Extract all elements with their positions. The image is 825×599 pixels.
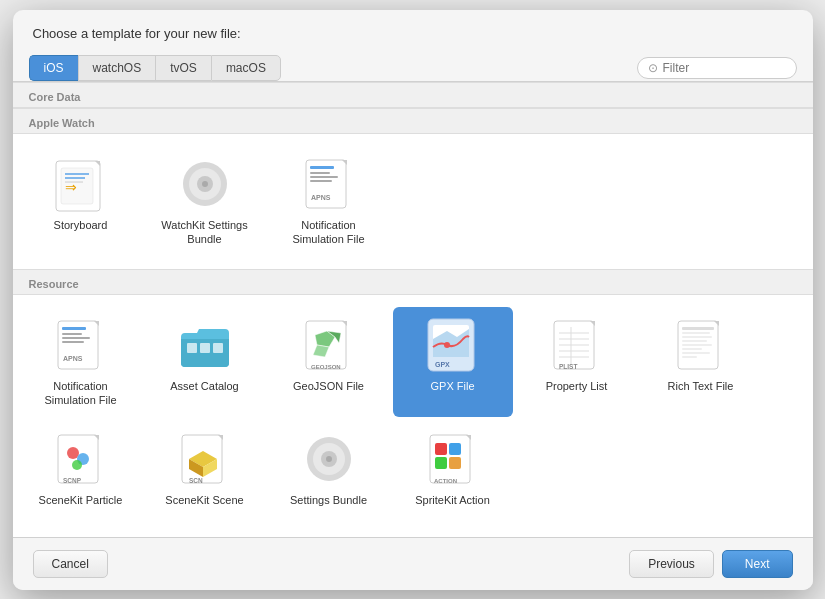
dialog-title: Choose a template for your new file: (13, 10, 813, 51)
svg-rect-23 (62, 341, 84, 343)
next-button[interactable]: Next (722, 550, 793, 578)
scnp-icon: SCNP (53, 431, 109, 487)
svg-rect-79 (449, 457, 461, 469)
svg-text:APNS: APNS (63, 355, 83, 362)
settings-bundle-icon (301, 431, 357, 487)
svg-rect-13 (310, 166, 334, 169)
svg-point-10 (202, 181, 208, 187)
item-label-spritekit-action: SpriteKit Action (415, 493, 490, 507)
svg-rect-14 (310, 172, 330, 174)
svg-rect-25 (187, 343, 197, 353)
section-header-core-data: Core Data (13, 82, 813, 108)
item-label-asset-catalog: Asset Catalog (170, 379, 238, 393)
previous-button[interactable]: Previous (629, 550, 714, 578)
item-label-watchkit-settings: WatchKit Settings Bundle (153, 218, 257, 247)
svg-rect-22 (62, 337, 90, 339)
resource-grid: APNS Notification Simulation File (13, 295, 813, 530)
action-icon: ACTION (425, 431, 481, 487)
item-geojson[interactable]: GEOJSON GeoJSON File (269, 307, 389, 418)
tab-buttons: iOS watchOS tvOS macOS (29, 55, 281, 81)
item-label-settings-bundle: Settings Bundle (290, 493, 367, 507)
apple-watch-grid: ⇒ Storyboard WatchKit Settings Bundle (13, 134, 813, 269)
tab-tvos[interactable]: tvOS (155, 55, 211, 81)
tab-macos[interactable]: macOS (211, 55, 281, 81)
svg-rect-26 (200, 343, 210, 353)
svg-rect-52 (682, 336, 712, 338)
svg-text:GPX: GPX (435, 361, 450, 368)
tab-ios[interactable]: iOS (29, 55, 78, 81)
svg-point-37 (444, 342, 450, 348)
svg-rect-20 (62, 327, 86, 330)
svg-rect-78 (435, 457, 447, 469)
plist-icon: PLIST (549, 317, 605, 373)
scn-icon: SCN (177, 431, 233, 487)
filter-icon: ⊙ (648, 61, 658, 75)
item-gpx[interactable]: GPX GPX File (393, 307, 513, 418)
svg-text:ACTION: ACTION (434, 478, 457, 484)
svg-rect-77 (449, 443, 461, 455)
svg-text:SCN: SCN (189, 477, 203, 484)
section-header-resource: Resource (13, 269, 813, 295)
svg-text:GEOJSON: GEOJSON (311, 364, 341, 370)
apns-icon-1: APNS (301, 156, 357, 212)
svg-text:SCNP: SCNP (63, 477, 82, 484)
svg-text:APNS: APNS (311, 194, 331, 201)
item-asset-catalog[interactable]: Asset Catalog (145, 307, 265, 418)
template-dialog: Choose a template for your new file: iOS… (13, 10, 813, 590)
svg-rect-27 (213, 343, 223, 353)
nav-buttons: Previous Next (629, 550, 792, 578)
gpx-icon: GPX (425, 317, 481, 373)
item-watchkit-settings-bundle[interactable]: WatchKit Settings Bundle (145, 146, 265, 257)
asset-catalog-icon (177, 317, 233, 373)
watchkit-settings-icon (177, 156, 233, 212)
apns-icon-2: APNS (53, 317, 109, 373)
item-scenekit-scene[interactable]: SCN SceneKit Scene (145, 421, 265, 517)
svg-text:PLIST: PLIST (559, 363, 577, 370)
item-scenekit-particle[interactable]: SCNP SceneKit Particle (21, 421, 141, 517)
item-label-notification-sim-1: Notification Simulation File (277, 218, 381, 247)
svg-point-60 (67, 447, 79, 459)
item-label-storyboard: Storyboard (54, 218, 108, 232)
filter-box[interactable]: ⊙ (637, 57, 797, 79)
item-label-scenekit-particle: SceneKit Particle (39, 493, 123, 507)
item-notification-sim-2[interactable]: APNS Notification Simulation File (21, 307, 141, 418)
svg-rect-15 (310, 176, 338, 178)
item-label-property-list: Property List (546, 379, 608, 393)
item-label-geojson: GeoJSON File (293, 379, 364, 393)
item-label-notification-sim-2: Notification Simulation File (29, 379, 133, 408)
item-label-scenekit-scene: SceneKit Scene (165, 493, 243, 507)
item-rich-text[interactable]: Rich Text File (641, 307, 761, 418)
item-notification-sim-1[interactable]: APNS Notification Simulation File (269, 146, 389, 257)
svg-rect-51 (682, 332, 710, 334)
geojson-icon: GEOJSON (301, 317, 357, 373)
rtf-icon (673, 317, 729, 373)
svg-rect-21 (62, 333, 82, 335)
dialog-footer: Cancel Previous Next (13, 537, 813, 590)
item-label-gpx: GPX File (430, 379, 474, 393)
svg-rect-54 (682, 344, 712, 346)
item-spritekit-action[interactable]: ACTION SpriteKit Action (393, 421, 513, 517)
tab-bar: iOS watchOS tvOS macOS ⊙ (13, 51, 813, 82)
section-header-apple-watch: Apple Watch (13, 108, 813, 134)
content-area: Core Data Apple Watch ⇒ (13, 82, 813, 537)
filter-input[interactable] (663, 61, 783, 75)
svg-rect-50 (682, 327, 714, 330)
item-label-rich-text: Rich Text File (668, 379, 734, 393)
svg-rect-53 (682, 340, 707, 342)
svg-point-73 (326, 456, 332, 462)
svg-point-62 (72, 460, 82, 470)
svg-rect-57 (682, 356, 697, 358)
item-property-list[interactable]: PLIST Property List (517, 307, 637, 418)
item-settings-bundle[interactable]: Settings Bundle (269, 421, 389, 517)
svg-rect-76 (435, 443, 447, 455)
item-storyboard[interactable]: ⇒ Storyboard (21, 146, 141, 257)
cancel-button[interactable]: Cancel (33, 550, 108, 578)
tab-watchos[interactable]: watchOS (78, 55, 156, 81)
svg-rect-56 (682, 352, 710, 354)
svg-text:⇒: ⇒ (65, 179, 77, 195)
storyboard-icon: ⇒ (53, 156, 109, 212)
svg-rect-16 (310, 180, 332, 182)
svg-rect-55 (682, 348, 702, 350)
